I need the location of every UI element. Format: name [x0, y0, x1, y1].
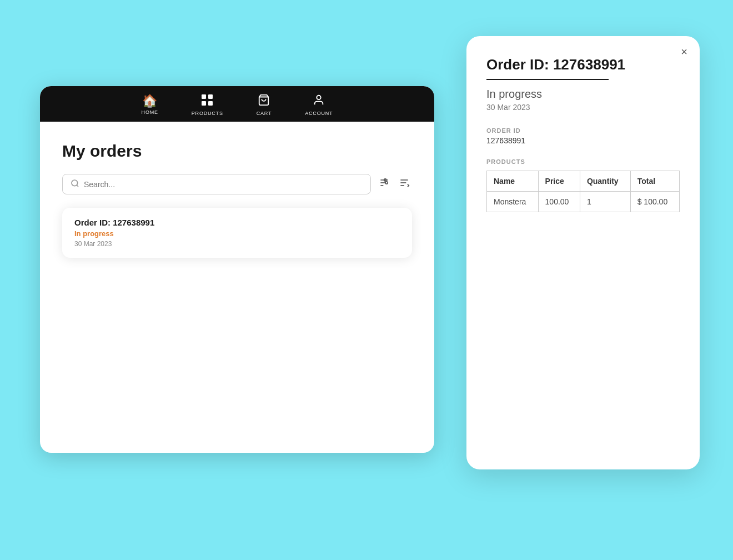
modal-divider: [486, 79, 609, 80]
search-actions: [376, 175, 412, 193]
svg-point-11: [385, 182, 388, 184]
detail-modal: × Order ID: 127638991 In progress 30 Mar…: [466, 36, 700, 469]
svg-point-6: [72, 180, 78, 186]
nav-label-account: ACCOUNT: [305, 111, 333, 116]
filter-button[interactable]: [376, 175, 392, 193]
nav-item-home[interactable]: 🏠 HOME: [142, 95, 158, 115]
col-header-name: Name: [487, 171, 539, 192]
col-header-total: Total: [630, 171, 679, 192]
nav-item-cart[interactable]: CART: [257, 94, 272, 116]
app-nav: 🏠 HOME PRODUCTS CART: [40, 86, 434, 122]
order-card-status: In progress: [74, 229, 400, 238]
svg-rect-0: [202, 94, 206, 99]
nav-label-cart: CART: [257, 111, 272, 116]
modal-date: 30 Mar 2023: [486, 103, 680, 112]
nav-item-account[interactable]: ACCOUNT: [305, 94, 333, 116]
order-id-section-value: 127638991: [486, 136, 680, 145]
table-row: Monstera 100.00 1 $ 100.00: [487, 192, 680, 212]
col-header-price: Price: [538, 171, 580, 192]
app-window: 🏠 HOME PRODUCTS CART: [40, 86, 434, 453]
nav-label-products: PRODUCTS: [192, 111, 223, 116]
home-icon: 🏠: [142, 95, 157, 107]
order-card-date: 30 Mar 2023: [74, 240, 400, 248]
modal-order-id-title: Order ID: 127638991: [486, 56, 680, 73]
search-bar: [62, 174, 412, 194]
search-icon: [71, 179, 79, 189]
nav-label-home: HOME: [142, 109, 158, 115]
nav-item-products[interactable]: PRODUCTS: [192, 94, 223, 116]
svg-rect-3: [208, 101, 213, 106]
products-icon: [201, 94, 213, 108]
product-total: $ 100.00: [630, 192, 679, 212]
order-card-id: Order ID: 127638991: [74, 218, 400, 227]
search-input[interactable]: [84, 180, 363, 189]
page-content: My orders: [40, 122, 434, 274]
search-wrapper: [62, 174, 371, 194]
table-header-row: Name Price Quantity Total: [487, 171, 680, 192]
svg-rect-2: [202, 101, 206, 106]
products-table: Name Price Quantity Total Monstera 100.0…: [486, 171, 680, 212]
account-icon: [313, 94, 325, 108]
products-section-label: PRODUCTS: [486, 158, 680, 165]
product-quantity: 1: [580, 192, 630, 212]
svg-rect-1: [208, 94, 213, 99]
sort-button[interactable]: [396, 175, 412, 193]
page-title: My orders: [62, 142, 412, 161]
svg-line-7: [77, 185, 78, 187]
order-id-section-label: ORDER ID: [486, 127, 680, 134]
product-name: Monstera: [487, 192, 539, 212]
product-price: 100.00: [538, 192, 580, 212]
close-button[interactable]: ×: [681, 46, 687, 57]
cart-icon: [258, 94, 270, 108]
col-header-quantity: Quantity: [580, 171, 630, 192]
svg-point-5: [317, 96, 321, 99]
modal-status: In progress: [486, 88, 680, 101]
order-card[interactable]: Order ID: 127638991 In progress 30 Mar 2…: [62, 208, 412, 258]
